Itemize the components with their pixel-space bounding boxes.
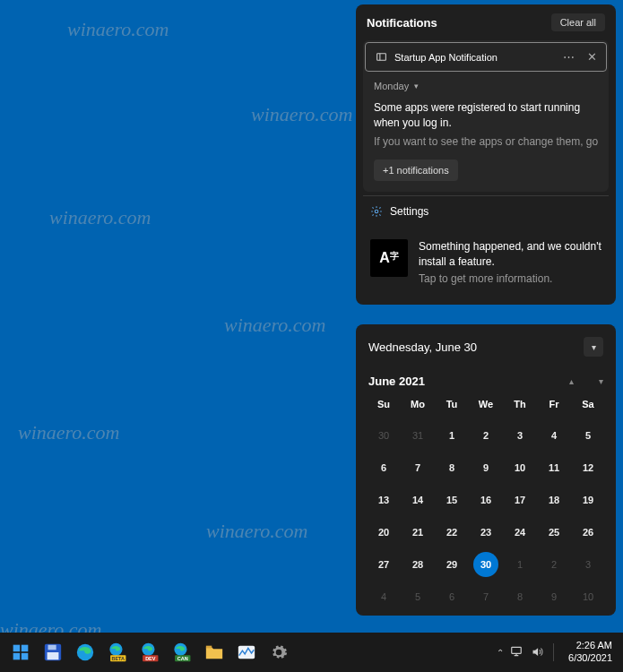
calendar-day[interactable]: 1 xyxy=(503,553,537,576)
calendar-dow: Th xyxy=(503,399,537,415)
svg-rect-3 xyxy=(22,645,29,652)
calendar-day[interactable]: 3 xyxy=(571,553,605,576)
calendar-day[interactable]: 31 xyxy=(401,424,435,447)
taskbar-app-edge-dev[interactable]: DEV xyxy=(134,637,165,668)
calendar-day[interactable]: 9 xyxy=(469,456,503,479)
calendar-day[interactable]: 26 xyxy=(571,521,605,544)
calendar-day[interactable]: 14 xyxy=(401,488,435,512)
calendar-day[interactable]: 11 xyxy=(537,456,571,479)
collapse-button[interactable]: ▾ xyxy=(584,337,603,357)
calendar-day[interactable]: 20 xyxy=(367,521,401,544)
taskbar: BETA DEV CAN ⌃ 2:26 AM 6/30/2021 xyxy=(0,633,623,672)
calendar-day[interactable]: 2 xyxy=(469,424,503,447)
notification-day[interactable]: Monday ▾ xyxy=(374,81,598,91)
watermark: winaero.com xyxy=(67,18,169,41)
svg-text:DEV: DEV xyxy=(145,656,156,661)
close-icon[interactable]: ✕ xyxy=(587,50,597,64)
watermark: winaero.com xyxy=(206,520,307,543)
notification-text-secondary: If you want to see the apps or change th… xyxy=(374,134,598,150)
taskbar-clock[interactable]: 2:26 AM 6/30/2021 xyxy=(563,640,618,665)
calendar-day[interactable]: 3 xyxy=(503,424,537,447)
calendar-day[interactable]: 8 xyxy=(503,585,537,608)
chevron-down-icon: ▾ xyxy=(592,342,596,352)
divider xyxy=(553,643,554,661)
calendar-day[interactable]: 7 xyxy=(401,456,435,479)
notification-card[interactable]: Startup App Notification ⋯ ✕ Monday ▾ So… xyxy=(363,40,609,192)
notification-text-primary: Something happened, and we couldn't inst… xyxy=(419,239,601,268)
calendar-day[interactable]: 6 xyxy=(435,585,469,608)
calendar-day[interactable]: 6 xyxy=(367,456,401,479)
taskbar-app-explorer[interactable] xyxy=(199,637,229,668)
calendar-day[interactable]: 15 xyxy=(435,488,469,512)
calendar-day[interactable]: 4 xyxy=(537,424,571,447)
calendar-full-date: Wednesday, June 30 xyxy=(368,340,477,354)
calendar-day[interactable]: 19 xyxy=(571,488,605,512)
svg-rect-0 xyxy=(376,54,385,61)
calendar-day[interactable]: 28 xyxy=(401,553,435,576)
calendar-day[interactable]: 2 xyxy=(537,553,571,576)
more-notifications-button[interactable]: +1 notifications xyxy=(374,159,458,181)
calendar-next-button[interactable]: ▾ xyxy=(599,376,603,386)
notification-day-label: Monday xyxy=(374,81,409,91)
svg-rect-5 xyxy=(22,653,29,660)
tray-monitor-icon[interactable] xyxy=(509,645,523,659)
watermark: winaero.com xyxy=(49,206,151,229)
calendar-day[interactable]: 10 xyxy=(571,585,605,608)
svg-rect-21 xyxy=(512,647,522,653)
svg-text:CAN: CAN xyxy=(177,656,188,661)
notification-app-title: Startup App Notification xyxy=(394,52,563,63)
svg-rect-4 xyxy=(13,653,21,660)
svg-rect-7 xyxy=(48,645,56,650)
taskbar-app-edge[interactable] xyxy=(70,637,100,668)
calendar-day[interactable]: 18 xyxy=(537,488,571,512)
calendar-day[interactable]: 29 xyxy=(435,553,469,576)
calendar-panel: Wednesday, June 30 ▾ June 2021 ▴ ▾ SuMoT… xyxy=(356,324,616,616)
taskbar-app-edge-beta[interactable]: BETA xyxy=(102,637,133,668)
calendar-day[interactable]: 24 xyxy=(503,521,537,544)
calendar-dow: Mo xyxy=(401,399,435,415)
taskbar-app-monitor[interactable] xyxy=(231,637,262,668)
calendar-day[interactable]: 9 xyxy=(537,585,571,608)
more-options-icon[interactable]: ⋯ xyxy=(563,50,575,64)
watermark: winaero.com xyxy=(224,314,325,337)
calendar-prev-button[interactable]: ▴ xyxy=(569,376,574,386)
taskbar-date: 6/30/2021 xyxy=(568,652,612,665)
taskbar-app-save[interactable] xyxy=(38,637,68,668)
calendar-dow: We xyxy=(469,399,503,415)
svg-text:BETA: BETA xyxy=(111,656,125,661)
start-button[interactable] xyxy=(5,637,36,668)
clear-all-button[interactable]: Clear all xyxy=(551,13,605,31)
notifications-title: Notifications xyxy=(367,16,437,30)
calendar-day[interactable]: 5 xyxy=(571,424,605,447)
taskbar-app-edge-canary[interactable]: CAN xyxy=(167,637,197,668)
calendar-day[interactable]: 4 xyxy=(367,585,401,608)
taskbar-app-settings[interactable] xyxy=(264,637,294,668)
calendar-day[interactable]: 1 xyxy=(435,424,469,447)
settings-row[interactable]: Settings xyxy=(359,196,612,227)
svg-rect-19 xyxy=(206,646,212,649)
calendar-day[interactable]: 10 xyxy=(503,456,537,479)
calendar-day[interactable]: 25 xyxy=(537,521,571,544)
chevron-down-icon: ▾ xyxy=(414,82,419,90)
calendar-day[interactable]: 21 xyxy=(401,521,435,544)
calendar-day[interactable]: 30 xyxy=(469,553,503,576)
gear-icon xyxy=(370,205,383,218)
calendar-day[interactable]: 17 xyxy=(503,488,537,512)
notifications-panel: Notifications Clear all Startup App Noti… xyxy=(356,4,616,305)
calendar-day[interactable]: 8 xyxy=(435,456,469,479)
calendar-day[interactable]: 27 xyxy=(367,553,401,576)
calendar-day[interactable]: 5 xyxy=(401,585,435,608)
calendar-day[interactable]: 12 xyxy=(571,456,605,479)
calendar-day[interactable]: 22 xyxy=(435,521,469,544)
calendar-day[interactable]: 13 xyxy=(367,488,401,512)
watermark: winaero.com xyxy=(18,421,119,444)
calendar-day[interactable]: 16 xyxy=(469,488,503,512)
tray-volume-icon[interactable] xyxy=(531,645,544,660)
calendar-month-label[interactable]: June 2021 xyxy=(368,375,425,388)
calendar-day[interactable]: 30 xyxy=(367,424,401,447)
tray-expand-icon[interactable]: ⌃ xyxy=(497,648,504,658)
svg-point-1 xyxy=(375,211,378,214)
calendar-day[interactable]: 23 xyxy=(469,521,503,544)
notification-card[interactable]: A字 Something happened, and we couldn't i… xyxy=(359,227,612,300)
calendar-day[interactable]: 7 xyxy=(469,585,503,608)
